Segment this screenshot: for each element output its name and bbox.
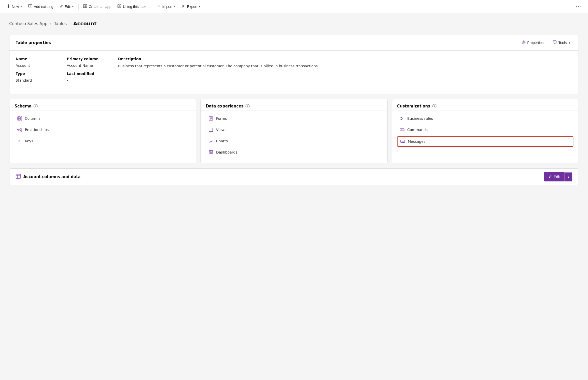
- tools-chevron-icon[interactable]: ▾: [569, 41, 570, 45]
- export-label: Export: [187, 5, 197, 9]
- schema-title: Schema: [15, 104, 31, 108]
- data-experiences-header: Data experiences i: [201, 99, 387, 108]
- edit-pencil-small-icon: [549, 175, 552, 179]
- main-content: Contoso Sales App › Tables › Account Tab…: [0, 13, 588, 192]
- primary-column-value: Account Name: [67, 63, 113, 68]
- forms-label: Forms: [216, 116, 227, 121]
- tools-btn-label: Tools: [558, 41, 567, 45]
- export-button[interactable]: Export ▾: [179, 3, 203, 10]
- edit-chevron-icon[interactable]: ▾: [72, 5, 74, 8]
- svg-rect-3: [83, 6, 85, 8]
- create-app-button[interactable]: Create an app: [81, 3, 114, 10]
- more-options-button[interactable]: ···: [573, 2, 584, 11]
- create-app-label: Create an app: [89, 5, 111, 9]
- primary-column-label: Primary column: [67, 57, 113, 61]
- views-label: Views: [216, 128, 227, 132]
- views-icon: [208, 127, 213, 132]
- last-modified-label: Last modified: [67, 72, 113, 76]
- breadcrumb-app-link[interactable]: Contoso Sales App: [9, 21, 47, 26]
- export-chevron-icon[interactable]: ▾: [199, 5, 200, 8]
- business-rules-item[interactable]: Business rules: [397, 114, 573, 123]
- gear-icon: [522, 40, 526, 45]
- svg-rect-2: [85, 5, 87, 6]
- import-icon: [157, 4, 161, 9]
- charts-item[interactable]: Charts: [206, 136, 382, 146]
- customizations-info-icon[interactable]: i: [432, 104, 436, 108]
- dashboards-icon: [208, 150, 213, 155]
- import-button[interactable]: Import ▾: [154, 3, 178, 10]
- new-button[interactable]: New ▾: [4, 3, 25, 10]
- description-label: Description: [118, 57, 567, 61]
- dashboards-item[interactable]: Dashboards: [206, 148, 382, 157]
- breadcrumb-tables-link[interactable]: Tables: [54, 21, 67, 26]
- messages-item[interactable]: Messages: [397, 136, 573, 147]
- properties-grid: Name Account Type Standard Primary colum…: [9, 51, 579, 94]
- svg-rect-23: [211, 151, 212, 152]
- more-options-label: ···: [576, 4, 581, 9]
- import-label: Import: [162, 5, 173, 9]
- views-item[interactable]: Views: [206, 125, 382, 134]
- schema-items: Abc Columns Relationships: [9, 111, 196, 152]
- table-properties-card: Table properties Properties: [9, 35, 579, 94]
- new-chevron-icon[interactable]: ▾: [20, 5, 22, 8]
- customizations-items: Business rules Commands: [392, 111, 579, 153]
- data-experiences-info-icon[interactable]: i: [245, 104, 250, 108]
- svg-point-26: [400, 117, 402, 118]
- svg-point-18: [18, 140, 20, 142]
- toolbar: New ▾ Add existing Edit ▾: [0, 0, 588, 13]
- keys-label: Keys: [25, 139, 33, 143]
- new-label: New: [12, 5, 19, 9]
- edit-dropdown-button[interactable]: ▾: [564, 172, 572, 181]
- charts-icon: [208, 138, 213, 144]
- edit-chevron-down-icon: ▾: [568, 175, 569, 179]
- data-experiences-card: Data experiences i Forms: [200, 99, 388, 163]
- edit-toolbar-button[interactable]: Edit ▾: [57, 3, 76, 10]
- breadcrumb-current: Account: [73, 20, 97, 27]
- using-table-icon: [117, 4, 121, 9]
- new-plus-icon: [7, 4, 10, 9]
- svg-rect-24: [210, 153, 211, 154]
- edit-button[interactable]: Edit: [544, 172, 564, 181]
- forms-icon: [208, 116, 213, 121]
- svg-point-16: [21, 128, 22, 129]
- relationships-item[interactable]: Relationships: [15, 125, 191, 134]
- add-existing-icon: [28, 4, 32, 9]
- description-value: Business that represents a customer or p…: [118, 63, 567, 69]
- name-value: Account: [16, 63, 62, 68]
- svg-rect-10: [553, 41, 556, 43]
- data-experiences-items: Forms Views: [201, 111, 387, 163]
- schema-info-icon[interactable]: i: [34, 104, 38, 108]
- svg-point-15: [18, 129, 19, 131]
- relationships-label: Relationships: [25, 128, 49, 132]
- add-existing-button[interactable]: Add existing: [26, 3, 56, 10]
- name-type-col: Name Account Type Standard: [16, 57, 67, 86]
- using-table-button[interactable]: Using this table: [115, 3, 150, 10]
- business-rules-icon: [400, 116, 405, 121]
- messages-label: Messages: [408, 139, 425, 144]
- tools-button[interactable]: Tools ▾: [551, 39, 572, 46]
- using-table-label: Using this table: [123, 5, 147, 9]
- edit-pencil-icon: [59, 4, 63, 9]
- schema-card: Schema i Abc Columns: [9, 99, 196, 163]
- footer-bar-left: Account columns and data: [16, 174, 81, 180]
- footer-title: Account columns and data: [23, 175, 81, 179]
- columns-data-icon: [16, 174, 21, 180]
- account-columns-bar: Account columns and data Edit ▾: [9, 168, 579, 185]
- business-rules-label: Business rules: [407, 116, 433, 121]
- forms-item[interactable]: Forms: [206, 114, 382, 123]
- dashboards-label: Dashboards: [216, 150, 237, 154]
- breadcrumb: Contoso Sales App › Tables › Account: [9, 20, 579, 27]
- svg-rect-20: [209, 128, 213, 132]
- svg-point-17: [21, 130, 22, 132]
- properties-button[interactable]: Properties: [520, 39, 546, 46]
- columns-item[interactable]: Abc Columns: [15, 114, 191, 123]
- schema-card-header: Schema i: [9, 99, 196, 108]
- commands-label: Commands: [407, 128, 427, 132]
- import-chevron-icon[interactable]: ▾: [174, 5, 176, 8]
- svg-rect-13: [21, 117, 22, 120]
- customizations-card: Customizations i Business rules: [392, 99, 579, 163]
- commands-item[interactable]: Commands: [397, 125, 573, 134]
- keys-item[interactable]: Keys: [15, 136, 191, 146]
- svg-text:Abc: Abc: [18, 118, 20, 119]
- table-properties-header: Table properties Properties: [9, 35, 579, 51]
